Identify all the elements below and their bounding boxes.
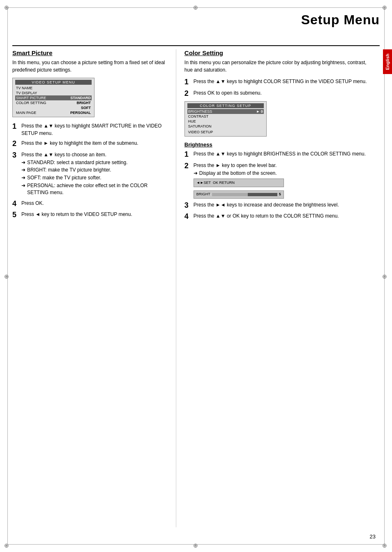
- color-step-1: 1 Press the ▲▼ keys to highlight COLOR S…: [184, 78, 376, 87]
- color-menu-brightness: BRIGHTNESS ► 0: [187, 109, 264, 114]
- color-menu-hue: HUE: [187, 119, 264, 124]
- step-3-substeps: ➜ STANDARD: select a standard picture se…: [21, 159, 168, 196]
- brightness-bar-track-container: BRIGHT 5: [194, 190, 284, 199]
- brightness-step-4: 4 Press the ▲▼ or OK key to return to th…: [184, 212, 376, 221]
- crosshair-mid-left: [4, 273, 10, 279]
- crosshair-bottom-right: [382, 542, 388, 548]
- smart-picture-steps: 1 Press the ▲▼ keys to highlight SMART P…: [12, 122, 168, 220]
- color-menu-saturation: SATURATION: [187, 124, 264, 129]
- color-setting-steps: 1 Press the ▲▼ keys to highlight COLOR S…: [184, 78, 376, 98]
- language-tab: English: [383, 49, 392, 74]
- sub-step-standard: ➜ STANDARD: select a standard picture se…: [21, 159, 168, 166]
- smart-picture-title: Smart Picture: [12, 49, 168, 56]
- page-title: Setup Menu: [301, 12, 380, 28]
- brightness-subtitle: Brightness: [184, 141, 376, 148]
- smart-picture-section: Smart Picture In this menu, you can choo…: [12, 49, 176, 527]
- crosshair-top-mid: [193, 4, 199, 10]
- brightness-bar-value: 5: [279, 192, 281, 197]
- menu-row-soft: SOFT: [15, 105, 92, 110]
- step-1: 1 Press the ▲▼ keys to highlight SMART P…: [12, 122, 168, 137]
- menu-row-tvdisplay: TV DISPLAY: [15, 90, 92, 95]
- page-number: 23: [370, 533, 376, 540]
- color-setting-title: Color Setting: [184, 49, 376, 56]
- sub-step-bright: ➜ BRIGHT: make the TV picture brighter.: [21, 167, 168, 174]
- color-setting-menu: COLOR SETTING SETUP BRIGHTNESS ► 0 CONTR…: [184, 101, 267, 137]
- brightness-steps: 1 Press the ▲▼ keys to highlight BRIGHTN…: [184, 150, 376, 221]
- header-divider: [12, 45, 380, 46]
- brightness-bar-set-label: ◄►SET OK RETURN: [196, 180, 235, 186]
- smart-picture-menu: VIDEO SETUP MENU TV NAME TV DISPLAY SMAR…: [12, 78, 95, 117]
- brightness-bar-fill: [212, 193, 248, 196]
- brightness-step-3: 3 Press the ►◄ keys to increase and decr…: [184, 201, 376, 210]
- step-5: 5 Press ◄ key to return to the VIDEO SET…: [12, 211, 168, 220]
- step-4: 4 Press OK.: [12, 199, 168, 209]
- brightness-bar-bright-label: BRIGHT: [196, 192, 210, 197]
- color-setting-intro: In this menu you can personalize the pic…: [184, 59, 376, 74]
- color-menu-videosetup: VIDEO SETUP: [187, 130, 264, 135]
- brightness-sub-display: ➜ Display at the bottom of the screen.: [194, 170, 376, 177]
- crosshair-bottom-mid: [193, 542, 199, 548]
- crosshair-top-right: [382, 4, 388, 10]
- menu-row-colorsetting: COLOR SETTING BRIGHT: [15, 100, 92, 105]
- main-content: Smart Picture In this menu, you can choo…: [12, 49, 376, 527]
- brightness-step-1: 1 Press the ▲▼ keys to highlight BRIGHTN…: [184, 150, 376, 159]
- step-3: 3 Press the ▲▼ keys to choose an item. ➜…: [12, 151, 168, 197]
- brightness-step-2: 2 Press the ► key to open the level bar.…: [184, 162, 376, 199]
- step-2: 2 Press the ► key to highlight the item …: [12, 139, 168, 148]
- crosshair-top-left: [4, 4, 10, 10]
- sub-step-personal: ➜ PERSONAL: achieve the color effect set…: [21, 182, 168, 196]
- menu-row-mainpage: MAIN PAGE PERSONAL: [15, 110, 92, 115]
- sub-step-soft: ➜ SOFT: make the TV picture softer.: [21, 174, 168, 181]
- color-step-2: 2 Press OK to open its submenu.: [184, 89, 376, 98]
- smart-picture-menu-title: VIDEO SETUP MENU: [15, 80, 92, 85]
- crosshair-mid-right: [382, 273, 388, 279]
- menu-row-tvname: TV NAME: [15, 86, 92, 90]
- brightness-bar: ◄►SET OK RETURN: [194, 179, 284, 188]
- color-menu-title: COLOR SETTING SETUP: [187, 103, 264, 108]
- color-menu-contrast: CONTRAST: [187, 114, 264, 119]
- menu-row-smartpicture: SMART PICTURE STANDARD: [15, 95, 92, 100]
- crosshair-bottom-left: [4, 542, 10, 548]
- color-setting-section: Color Setting In this menu you can perso…: [176, 49, 376, 527]
- smart-picture-intro: In this menu, you can choose a picture s…: [12, 59, 168, 74]
- brightness-step-2-substeps: ➜ Display at the bottom of the screen.: [194, 170, 376, 177]
- brightness-bar-track: [212, 193, 277, 196]
